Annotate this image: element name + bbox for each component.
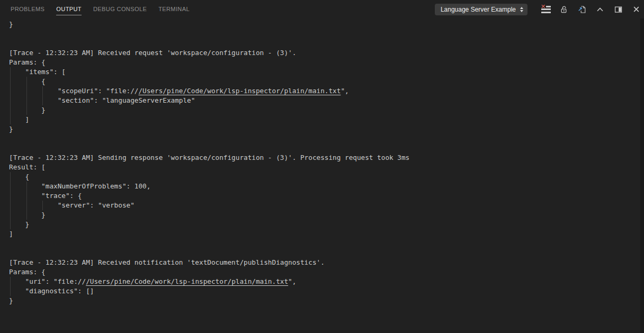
tab-output[interactable]: OUTPUT [56,0,82,19]
indent-guide [10,277,11,286]
log-text: "section": "languageServerExample" [9,96,195,104]
tab-terminal[interactable]: TERMINAL [158,0,190,19]
indent-guide [26,191,27,201]
log-text: [Trace - 12:32:23 AM] Received request '… [9,49,296,57]
log-line: } [9,296,644,305]
indent-guide [26,96,27,105]
indent-guide [42,201,43,210]
log-line: Params: { [9,267,644,277]
log-text: "scopeUri": "file:// [9,87,138,95]
log-text: Params: { [9,58,46,66]
log-line: "section": "languageServerExample" [9,96,644,105]
log-line [9,248,644,258]
log-line: { [9,77,644,86]
open-log-file-button[interactable] [577,5,587,14]
log-text: ] [9,230,13,238]
panel-actions: Language Server Example ✕ [435,4,641,15]
log-line: "items": [ [9,67,644,77]
log-text: "maxNumberOfProblems": 100, [9,182,150,190]
log-text: ", [341,87,348,95]
indent-guide [26,210,27,220]
close-panel-button[interactable] [631,5,641,14]
toggle-scroll-lock-button[interactable] [559,5,569,14]
log-line [9,29,644,39]
output-log[interactable]: }[Trace - 12:32:23 AM] Received request … [0,19,644,333]
output-channel-value: Language Server Example [441,6,516,13]
tab-debug-console[interactable]: DEBUG CONSOLE [93,0,147,19]
indent-guide [42,86,43,96]
log-line: "diagnostics": [] [9,286,644,296]
log-text: "diagnostics": [] [9,287,94,295]
log-line: ] [9,115,644,124]
log-line: Result: [ [9,163,644,172]
log-line: [Trace - 12:32:23 AM] Received request '… [9,48,644,58]
log-line: } [9,210,644,220]
log-text: } [9,296,13,304]
log-line: } [9,124,644,134]
log-text: } [9,220,29,228]
indent-guide [26,201,27,210]
log-line [9,143,644,153]
open-log-file-icon [578,5,586,14]
log-line: "uri": "file:///Users/pine/Code/work/lsp… [9,277,644,286]
indent-guide [10,86,11,96]
close-icon [632,5,640,13]
log-text: ", [288,277,296,285]
indent-guide [10,220,11,229]
indent-guide [10,201,11,210]
log-line: "maxNumberOfProblems": 100, [9,182,644,191]
log-line [9,39,644,48]
indent-guide [26,182,27,191]
log-line: "trace": { [9,191,644,201]
panel-tab-bar: PROBLEMS OUTPUT DEBUG CONSOLE TERMINAL L… [0,0,644,19]
clear-output-icon: ✕ [541,6,551,13]
log-line: { [9,172,644,182]
log-text: } [9,20,13,28]
log-text: ] [9,115,29,123]
log-line: } [9,105,644,115]
log-text: "uri": "file:// [9,277,86,285]
indent-guide [10,182,11,191]
select-updown-icon [520,7,523,12]
clear-output-button[interactable]: ✕ [541,5,551,14]
log-text: "items": [ [9,68,66,76]
log-line: "server": "verbose" [9,201,644,210]
unlock-scroll-icon [560,5,568,14]
log-line: Params: { [9,58,644,67]
indent-guide [10,286,11,296]
indent-guide [10,115,11,124]
panel-tabs: PROBLEMS OUTPUT DEBUG CONSOLE TERMINAL [11,0,190,19]
tab-problems[interactable]: PROBLEMS [11,0,44,19]
output-channel-select[interactable]: Language Server Example [435,4,527,15]
log-line: } [9,220,644,229]
output-panel: PROBLEMS OUTPUT DEBUG CONSOLE TERMINAL L… [0,0,644,333]
log-text: } [9,211,46,219]
file-link[interactable]: /Users/pine/Code/work/lsp-inspector/plai… [86,277,288,285]
log-text: } [9,125,13,133]
indent-guide [26,77,27,86]
log-text: "server": "verbose" [9,201,135,209]
indent-guide [10,210,11,220]
chevron-up-icon [596,5,604,14]
indent-guide [26,105,27,115]
log-line: "scopeUri": "file:///Users/pine/Code/wor… [9,86,644,96]
log-text: } [9,106,46,114]
log-line: [Trace - 12:32:23 AM] Received notificat… [9,258,644,267]
log-line [9,134,644,143]
log-line [9,239,644,248]
file-link[interactable]: /Users/pine/Code/work/lsp-inspector/plai… [138,87,341,95]
indent-guide [10,105,11,115]
maximize-panel-button[interactable] [595,5,605,14]
indent-guide [10,191,11,201]
log-text: [Trace - 12:32:23 AM] Received notificat… [9,258,325,266]
log-text: { [9,173,29,181]
indent-guide [26,86,27,96]
split-panel-button[interactable] [613,5,623,14]
log-line: } [9,20,644,29]
log-text: Result: [ [9,163,46,171]
log-line: [Trace - 12:32:23 AM] Sending response '… [9,153,644,163]
indent-guide [10,67,11,77]
indent-guide [42,96,43,105]
panel-right-shade [640,19,644,333]
indent-guide [10,96,11,105]
